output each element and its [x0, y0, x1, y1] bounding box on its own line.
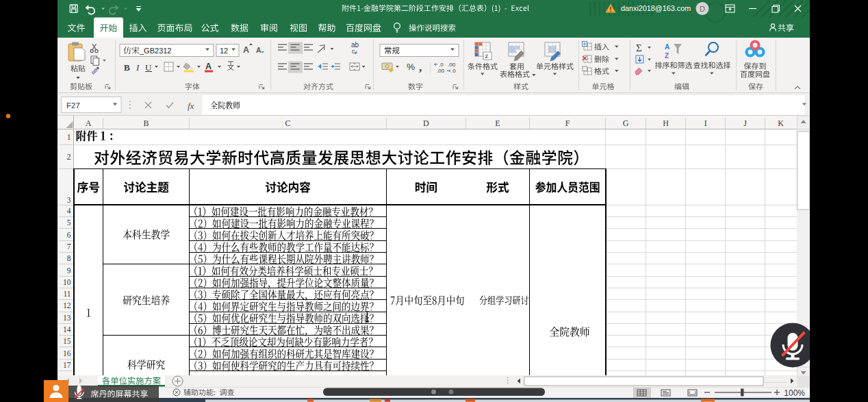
svg-text:fx: fx [188, 101, 194, 111]
svg-text:14: 14 [63, 325, 71, 334]
svg-text:≠: ≠ [485, 53, 489, 60]
svg-text:danxi2018@163.com: danxi2018@163.com [621, 4, 691, 12]
svg-text:E: E [495, 118, 500, 128]
svg-text:15: 15 [63, 337, 71, 345]
svg-text:6: 6 [67, 231, 71, 239]
svg-text:12: 12 [220, 47, 228, 55]
svg-text:c: c [352, 48, 355, 55]
svg-text:Σ: Σ [636, 42, 642, 53]
svg-text:J: J [743, 118, 747, 128]
svg-text:_GB2312: _GB2312 [139, 47, 171, 55]
svg-text:.00: .00 [437, 68, 445, 74]
svg-text:,: , [419, 61, 422, 74]
svg-text:B: B [144, 118, 149, 128]
svg-text:3: 3 [67, 196, 71, 204]
svg-text:16: 16 [63, 349, 71, 357]
svg-text:%: % [407, 62, 415, 72]
svg-text:H: H [663, 118, 669, 128]
svg-text:.0: .0 [439, 62, 444, 68]
svg-text:F27: F27 [66, 101, 80, 110]
svg-text:100%: 100% [784, 388, 805, 398]
svg-text:.00: .00 [448, 62, 456, 68]
svg-text:12: 12 [63, 301, 71, 310]
svg-text:9: 9 [67, 266, 71, 275]
svg-text:C: C [285, 118, 291, 128]
svg-text:B: B [124, 62, 130, 73]
svg-text:4: 4 [67, 207, 71, 215]
svg-text:A: A [256, 46, 261, 54]
svg-text:D: D [700, 5, 705, 13]
svg-text:Z: Z [665, 52, 669, 60]
svg-text:.0: .0 [451, 68, 456, 74]
svg-text:7: 7 [67, 242, 71, 251]
svg-text:U: U [145, 62, 152, 73]
svg-text:1: 1 [67, 133, 71, 141]
svg-text:2: 2 [67, 153, 71, 161]
svg-text:A: A [205, 62, 212, 71]
svg-text:11: 11 [63, 290, 71, 298]
svg-text:10: 10 [63, 278, 71, 286]
svg-text:17: 17 [63, 361, 71, 369]
svg-text:13: 13 [63, 314, 71, 322]
svg-text:8: 8 [67, 254, 71, 262]
svg-text:F: F [565, 118, 570, 128]
svg-text:I: I [136, 62, 140, 73]
svg-text:5: 5 [67, 218, 71, 227]
svg-text:A: A [243, 45, 249, 55]
svg-text:D: D [423, 118, 429, 128]
svg-text:I: I [704, 118, 707, 128]
svg-text:A: A [86, 118, 92, 128]
svg-text:K: K [778, 118, 784, 128]
svg-text:A: A [665, 43, 669, 51]
svg-text:G: G [623, 118, 629, 128]
